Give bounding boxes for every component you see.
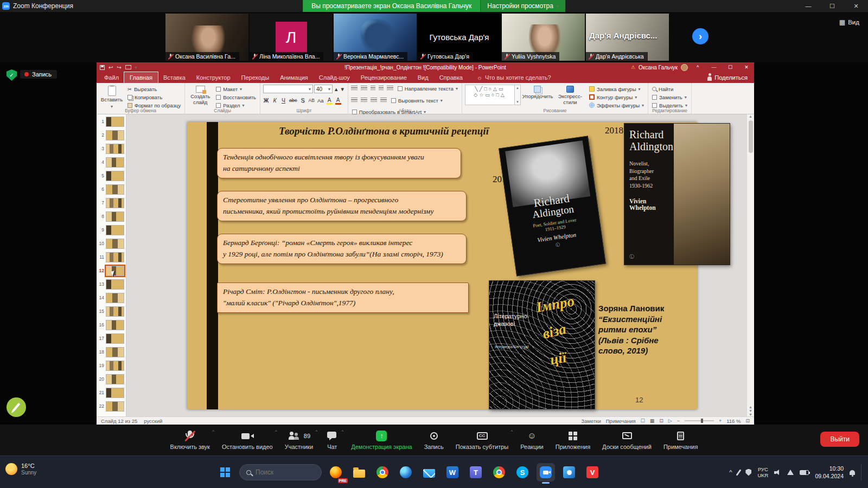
thumbnail-preview[interactable] <box>106 211 124 222</box>
apps-button[interactable]: Приложения <box>551 429 595 452</box>
save-icon[interactable] <box>100 65 105 70</box>
reset-button[interactable]: Восстановить <box>215 93 257 101</box>
cut-button[interactable]: ✂ Вырезать <box>126 85 182 93</box>
chevron-up-icon[interactable]: ^ <box>510 429 513 434</box>
zoom-slider[interactable] <box>685 420 714 421</box>
justify-icon[interactable] <box>380 98 387 103</box>
participants-button[interactable]: ^ 89 Участники <box>280 429 318 452</box>
align-center-icon[interactable] <box>361 98 367 103</box>
participant-tile-gutovska[interactable]: Гутовська Дар'я Гутовська Дар'я <box>418 14 501 61</box>
thumbnail-preview[interactable] <box>106 320 124 330</box>
show-desktop-button[interactable] <box>861 464 863 480</box>
text-box-1[interactable]: Тенденція однобічного висвітлення твору … <box>217 148 461 178</box>
tab-slideshow[interactable]: Слайд-шоу <box>314 72 355 83</box>
close-button[interactable]: ✕ <box>844 0 868 12</box>
weather-widget[interactable]: 16°C Sunny <box>5 463 36 476</box>
reading-view-icon[interactable]: ⊡ <box>659 418 663 423</box>
quick-styles-button[interactable]: Экспресс-стили <box>554 85 586 106</box>
replace-button[interactable]: Заменить ▾ <box>651 93 688 101</box>
taskbar-icon-zoom[interactable] <box>537 463 555 481</box>
thumbnail-preview[interactable] <box>106 361 124 371</box>
slide-title[interactable]: Творчість Р.Олдінґтона в критичній рецеп… <box>236 125 532 137</box>
thumbnail-preview[interactable] <box>106 374 124 384</box>
slide-thumbnail-4[interactable]: 4 <box>97 156 126 170</box>
slide-thumbnail-8[interactable]: 8 <box>97 210 126 224</box>
arrange-button[interactable]: Упорядочить <box>523 85 552 100</box>
shapes-list[interactable]: ╲╱□○△▭ ◇☆▭○□△ <box>465 85 515 105</box>
captions-button[interactable]: ^ CC Показать субтитры <box>451 429 514 452</box>
volume-icon[interactable] <box>774 470 781 476</box>
taskbar-icon-chrome-2[interactable] <box>490 463 508 481</box>
chevron-up-icon[interactable]: ^ <box>315 429 317 434</box>
scrollbar-thumb[interactable] <box>749 120 753 153</box>
thumbnail-preview[interactable] <box>106 171 124 181</box>
highlight-color-button[interactable]: А <box>327 98 333 104</box>
slide-thumbnail-20[interactable]: 20 <box>97 373 126 387</box>
slide-thumbnail-3[interactable]: 3 <box>97 143 126 156</box>
bullets-icon[interactable] <box>351 86 358 91</box>
tab-view[interactable]: Вид <box>412 72 434 83</box>
fit-to-window-icon[interactable]: ⊡ <box>745 418 750 423</box>
thumbnail-preview[interactable] <box>106 239 124 249</box>
participant-tile-veronika[interactable]: Вероніка Мармалевс... <box>334 14 417 61</box>
tab-insert[interactable]: Вставка <box>158 72 191 83</box>
minimize-button[interactable]: — <box>796 0 820 12</box>
decrease-indent-icon[interactable] <box>371 86 375 91</box>
tell-me-search[interactable]: ☼ Что вы хотите сделать? <box>477 74 551 81</box>
notes-toggle[interactable]: Заметки <box>581 418 601 424</box>
slide-thumbnail-6[interactable]: 6 <box>97 183 126 197</box>
underline-button[interactable]: Ч <box>280 97 286 104</box>
numbering-icon[interactable] <box>361 86 367 91</box>
slide-thumbnail-17[interactable]: 17 <box>97 332 126 346</box>
annotation-pencil-button[interactable] <box>7 397 26 417</box>
thumbnail-preview[interactable] <box>106 306 124 317</box>
tab-transitions[interactable]: Переходы <box>236 72 275 83</box>
zoom-in-icon[interactable]: + <box>719 418 722 423</box>
slide-thumbnail-16[interactable]: 16 <box>97 319 126 332</box>
security-tray-icon[interactable] <box>745 469 751 476</box>
layout-button[interactable]: Макет ▾ <box>215 85 257 93</box>
ribbon-options-icon[interactable]: ^ <box>691 62 704 72</box>
thumbnail-preview[interactable] <box>106 401 124 412</box>
tab-file[interactable]: Файл <box>99 72 124 83</box>
zoom-percentage[interactable]: 116 % <box>726 418 741 424</box>
book-cover-2018[interactable]: Richard Aldington Novelist, Biographer a… <box>624 123 730 265</box>
taskbar-icon-teams[interactable]: T <box>467 463 485 481</box>
thumbnail-preview[interactable] <box>106 293 124 303</box>
zoom-out-icon[interactable]: − <box>677 418 680 423</box>
tab-review[interactable]: Рецензирование <box>355 72 412 83</box>
taskbar-icon-chrome[interactable] <box>373 463 392 481</box>
thumbnail-preview[interactable] <box>106 388 124 398</box>
qat-dropdown-icon[interactable]: ▾ <box>135 65 137 70</box>
scroll-down-icon[interactable]: ▼ <box>516 100 519 104</box>
thumbnail-preview[interactable] <box>106 225 124 235</box>
tab-design[interactable]: Конструктор <box>191 72 236 83</box>
align-text-button[interactable]: Выровнять текст ▾ <box>390 97 444 104</box>
font-size-combobox[interactable]: 40 ▾ <box>314 85 333 93</box>
thumbnail-preview[interactable] <box>106 198 124 208</box>
thumbnail-preview[interactable] <box>106 333 124 344</box>
share-screen-button[interactable]: ↑ Демонстрация экрана <box>346 429 417 452</box>
slideshow-view-icon[interactable]: ▷ <box>668 418 672 423</box>
next-participants-button[interactable]: › <box>692 28 709 44</box>
text-direction-button[interactable]: Направление текста ▾ <box>397 85 459 92</box>
chat-button[interactable]: ^ Чат <box>320 429 344 452</box>
slide-thumbnail-13[interactable]: 13 <box>97 278 126 292</box>
comments-toggle[interactable]: Примечания <box>606 418 636 424</box>
text-box-4[interactable]: Річард Сміт: Р.Олдінгтон - письменник др… <box>217 282 469 313</box>
notes-button[interactable]: Примечания <box>659 429 703 452</box>
share-button[interactable]: Поделиться <box>707 74 754 81</box>
slide-thumbnail-1[interactable]: 1 <box>97 115 126 129</box>
unmute-button[interactable]: ^ Включить звук <box>165 429 215 452</box>
align-left-icon[interactable] <box>351 98 358 103</box>
thumbnail-preview[interactable] <box>106 184 124 195</box>
thumbnail-preview[interactable] <box>106 117 124 127</box>
taskbar-icon-explorer[interactable] <box>350 463 368 481</box>
change-case-button[interactable]: Аа <box>317 98 324 104</box>
slide-thumbnail-22[interactable]: 22 <box>97 400 126 414</box>
year-2018-label[interactable]: 2018 <box>605 125 623 136</box>
next-slide-icon[interactable]: ▼ <box>749 409 752 413</box>
taskbar-icon-edge[interactable] <box>397 463 415 481</box>
maximize-button[interactable]: ☐ <box>820 0 844 12</box>
participant-tile-yuliia[interactable]: Yuliia Vyshnytska <box>502 14 585 61</box>
